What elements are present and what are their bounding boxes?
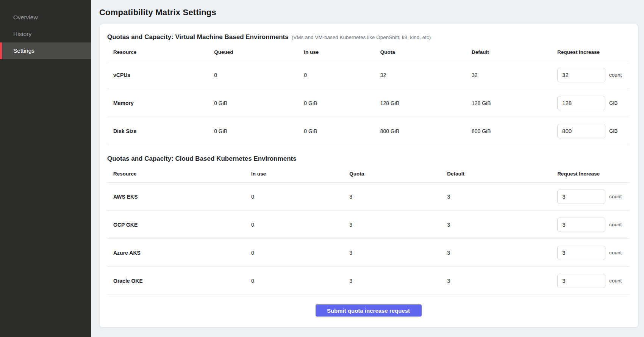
cell-value: 3 [343, 183, 441, 211]
table-row: Memory0 GiB0 GiB128 GiB128 GiBGiB [107, 89, 630, 117]
submit-row: Submit quota increase request [107, 295, 630, 322]
quota-section: Quotas and Capacity: Cloud Based Kuberne… [107, 155, 630, 295]
cell-value: 0 [208, 61, 298, 89]
request-increase-field: count [557, 274, 630, 288]
request-increase-field: count [557, 246, 630, 260]
request-increase-field: count [557, 218, 630, 232]
table-row: Azure AKS033count [107, 239, 630, 267]
column-header: Resource [107, 46, 208, 61]
section-title: Quotas and Capacity: Cloud Based Kuberne… [107, 155, 297, 162]
cell-value: 3 [441, 239, 551, 267]
request-increase-cell: count [551, 183, 630, 211]
resource-name: Azure AKS [107, 239, 245, 267]
section-header: Quotas and Capacity: Virtual Machine Bas… [107, 33, 630, 41]
table-header-row: ResourceQueuedIn useQuotaDefaultRequest … [107, 46, 630, 61]
cell-value: 0 GiB [208, 89, 298, 117]
unit-label: GiB [609, 100, 618, 106]
cell-value: 0 GiB [208, 117, 298, 145]
unit-label: count [609, 194, 622, 199]
request-increase-input[interactable] [557, 218, 605, 232]
resource-name: Disk Size [107, 117, 208, 145]
cell-value: 32 [466, 61, 551, 89]
table-row: GCP GKE033count [107, 211, 630, 239]
unit-label: GiB [609, 128, 618, 134]
cell-value: 3 [343, 211, 441, 239]
request-increase-input[interactable] [557, 96, 605, 110]
resource-name: Memory [107, 89, 208, 117]
request-increase-cell: count [551, 239, 630, 267]
column-header: Quota [343, 168, 441, 183]
resource-name: AWS EKS [107, 183, 245, 211]
request-increase-input[interactable] [557, 190, 605, 204]
column-header: Request Increase [551, 46, 630, 61]
sidebar-item-settings[interactable]: Settings [0, 42, 91, 59]
cell-value: 0 GiB [298, 89, 374, 117]
cell-value: 0 [245, 183, 343, 211]
cell-value: 32 [374, 61, 466, 89]
request-increase-input[interactable] [557, 274, 605, 288]
cell-value: 3 [441, 267, 551, 295]
section-subtitle: (VMs and VM-based Kubernetes like OpenSh… [292, 34, 431, 40]
request-increase-field: GiB [557, 124, 630, 138]
submit-quota-button[interactable]: Submit quota increase request [316, 304, 422, 317]
cell-value: 0 [298, 61, 374, 89]
quota-table: ResourceQueuedIn useQuotaDefaultRequest … [107, 46, 630, 145]
unit-label: count [609, 222, 622, 227]
sidebar-item-overview[interactable]: Overview [0, 9, 91, 26]
sidebar-item-history[interactable]: History [0, 26, 91, 42]
column-header: Default [441, 168, 551, 183]
sidebar: OverviewHistorySettings [0, 0, 91, 337]
unit-label: count [609, 72, 622, 78]
resource-name: vCPUs [107, 61, 208, 89]
request-increase-input[interactable] [557, 68, 605, 82]
sidebar-item-label: History [13, 31, 31, 38]
cell-value: 0 GiB [298, 117, 374, 145]
table-header-row: ResourceIn useQuotaDefaultRequest Increa… [107, 168, 630, 183]
table-row: AWS EKS033count [107, 183, 630, 211]
cell-value: 0 [245, 239, 343, 267]
request-increase-field: GiB [557, 96, 630, 110]
unit-label: count [609, 278, 622, 284]
column-header: Quota [374, 46, 466, 61]
request-increase-cell: GiB [551, 117, 630, 145]
table-row: Disk Size0 GiB0 GiB800 GiB800 GiBGiB [107, 117, 630, 145]
request-increase-cell: count [551, 267, 630, 295]
request-increase-cell: GiB [551, 89, 630, 117]
resource-name: Oracle OKE [107, 267, 245, 295]
request-increase-field: count [557, 190, 630, 204]
request-increase-field: count [557, 68, 630, 82]
column-header: Request Increase [551, 168, 630, 183]
cell-value: 128 GiB [374, 89, 466, 117]
table-row: Oracle OKE033count [107, 267, 630, 295]
column-header: In use [245, 168, 343, 183]
cell-value: 0 [245, 211, 343, 239]
cell-value: 3 [441, 183, 551, 211]
sidebar-nav: OverviewHistorySettings [0, 9, 91, 59]
cell-value: 3 [343, 239, 441, 267]
cell-value: 800 GiB [466, 117, 551, 145]
column-header: Queued [208, 46, 298, 61]
cell-value: 0 [245, 267, 343, 295]
request-increase-cell: count [551, 211, 630, 239]
column-header: In use [298, 46, 374, 61]
quota-sections: Quotas and Capacity: Virtual Machine Bas… [107, 33, 630, 295]
resource-name: GCP GKE [107, 211, 245, 239]
app-root: OverviewHistorySettings Compatibility Ma… [0, 0, 644, 337]
cell-value: 800 GiB [374, 117, 466, 145]
request-increase-cell: count [551, 61, 630, 89]
quota-section: Quotas and Capacity: Virtual Machine Bas… [107, 33, 630, 145]
table-row: vCPUs003232count [107, 61, 630, 89]
settings-card: Quotas and Capacity: Virtual Machine Bas… [99, 24, 638, 328]
section-header: Quotas and Capacity: Cloud Based Kuberne… [107, 155, 630, 163]
quota-table: ResourceIn useQuotaDefaultRequest Increa… [107, 168, 630, 295]
column-header: Default [466, 46, 551, 61]
page-title: Compatibility Matrix Settings [99, 8, 638, 17]
cell-value: 3 [441, 211, 551, 239]
main-content: Compatibility Matrix Settings Quotas and… [91, 0, 644, 337]
request-increase-input[interactable] [557, 246, 605, 260]
request-increase-input[interactable] [557, 124, 605, 138]
section-title: Quotas and Capacity: Virtual Machine Bas… [107, 33, 289, 41]
cell-value: 3 [343, 267, 441, 295]
unit-label: count [609, 250, 622, 255]
column-header: Resource [107, 168, 245, 183]
